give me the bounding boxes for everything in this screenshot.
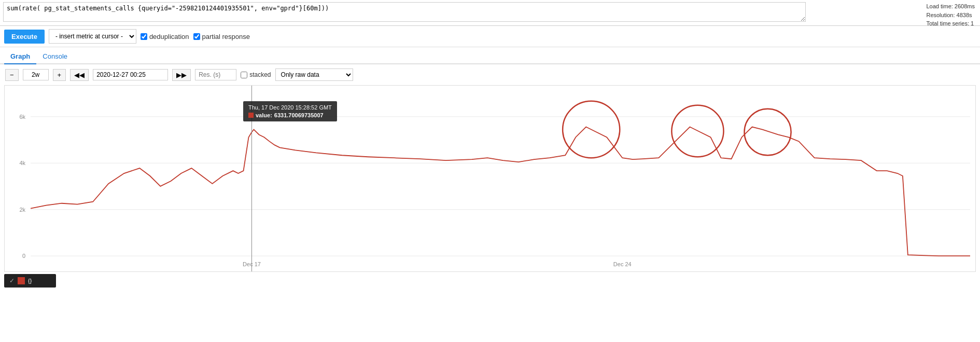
y-label-0: 0 (22, 253, 25, 259)
forward-button[interactable]: ▶▶ (172, 69, 191, 81)
stacked-label: stacked (249, 71, 271, 78)
chart-area: Thu, 17 Dec 2020 15:28:52 GMT value: 633… (4, 85, 976, 272)
annotation-circle-3 (745, 109, 791, 156)
graph-line (31, 127, 970, 256)
legend-check[interactable]: ✓ (9, 277, 15, 284)
zoom-out-button[interactable]: − (5, 69, 19, 81)
y-label-6k: 6k (19, 114, 25, 120)
toolbar: Execute - insert metric at cursor - dedu… (0, 26, 980, 47)
partial-response-checkbox[interactable]: partial response (193, 33, 250, 40)
zoom-in-button[interactable]: + (53, 69, 66, 81)
legend-area: ✓ {} (4, 274, 56, 288)
total-time-series: Total time series: 1 (926, 19, 975, 28)
load-time: Load time: 2608ms (926, 2, 975, 11)
deduplication-label: deduplication (149, 33, 189, 40)
tab-graph[interactable]: Graph (4, 49, 36, 64)
resolution-input[interactable] (195, 69, 236, 80)
graph-controls: − + ◀◀ ▶▶ stacked Only raw data Stacked … (0, 64, 980, 85)
x-label-dec24: Dec 24 (613, 261, 632, 267)
resolution: Resolution: 4838s (926, 11, 975, 20)
legend-text: {} (28, 278, 32, 284)
range-input[interactable] (23, 69, 49, 80)
partial-response-check[interactable] (193, 33, 200, 40)
partial-response-label: partial response (202, 33, 250, 40)
x-label-dec17: Dec 17 (243, 261, 261, 267)
tab-console[interactable]: Console (36, 49, 74, 64)
chart-svg: 6k 4k 2k 0 Dec 17 Dec 24 (5, 86, 975, 271)
stacked-checkbox[interactable]: stacked (241, 71, 271, 78)
execute-button[interactable]: Execute (4, 30, 45, 44)
insert-metric-select[interactable]: - insert metric at cursor - (49, 29, 136, 44)
top-right-info: Load time: 2608ms Resolution: 4838s Tota… (926, 2, 975, 28)
stacked-check[interactable] (241, 72, 247, 78)
tabs: Graph Console (0, 47, 980, 64)
legend-swatch (18, 277, 25, 284)
query-input[interactable]: sum(rate( pg_stat_statements_calls {quer… (3, 2, 806, 22)
y-label-2k: 2k (19, 207, 25, 213)
y-label-4k: 4k (19, 160, 25, 166)
deduplication-checkbox[interactable]: deduplication (141, 33, 189, 40)
back-button[interactable]: ◀◀ (70, 69, 89, 81)
deduplication-check[interactable] (141, 33, 147, 40)
query-bar: sum(rate( pg_stat_statements_calls {quer… (0, 0, 980, 26)
rawdata-select[interactable]: Only raw data Stacked Stacked Lines (275, 69, 353, 81)
datetime-input[interactable] (93, 69, 168, 80)
